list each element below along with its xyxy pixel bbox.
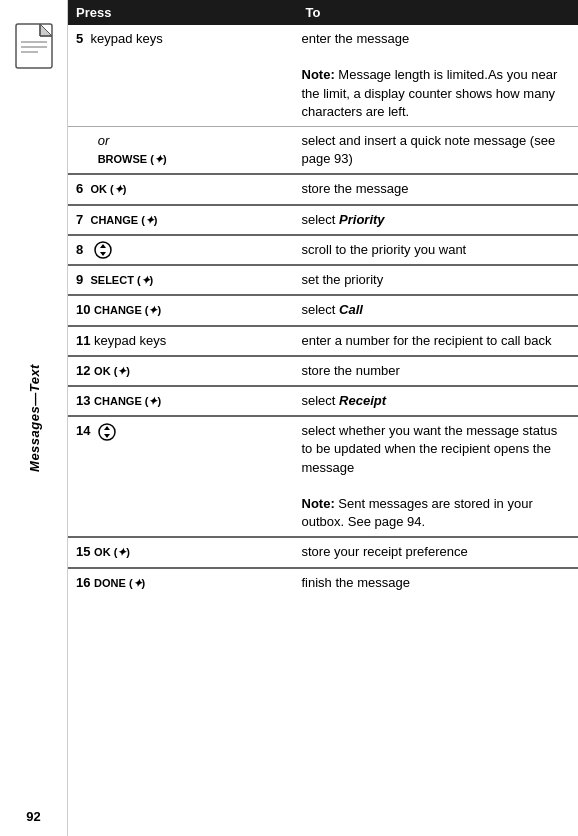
table-row: 10 CHANGE (✦) select Call <box>68 295 578 325</box>
scroll-icon <box>94 241 112 259</box>
table-row: 6 OK (✦) store the message <box>68 174 578 204</box>
table-row: or BROWSE (✦) select and insert a quick … <box>68 126 578 174</box>
press-cell: 10 CHANGE (✦) <box>68 295 298 325</box>
to-cell: select Priority <box>298 205 579 235</box>
messages-icon <box>8 20 60 72</box>
table-row: 7 CHANGE (✦) select Priority <box>68 205 578 235</box>
press-cell: 8 <box>68 235 298 266</box>
table-header: Press To <box>68 0 578 25</box>
table-row: 5 keypad keys enter the message Note: Me… <box>68 25 578 126</box>
sidebar-label: Messages—Text <box>26 364 41 472</box>
table-row: 11 keypad keys enter a number for the re… <box>68 326 578 356</box>
press-cell: 11 keypad keys <box>68 326 298 356</box>
table-row: 13 CHANGE (✦) select Receipt <box>68 386 578 416</box>
press-cell: 15 OK (✦) <box>68 537 298 567</box>
to-cell: set the priority <box>298 265 579 295</box>
table-row: 14 select whether you want the message s… <box>68 416 578 537</box>
table-row: 12 OK (✦) store the number <box>68 356 578 386</box>
sidebar-icon-area <box>4 10 64 82</box>
press-cell: 7 CHANGE (✦) <box>68 205 298 235</box>
press-cell: 5 keypad keys <box>68 25 298 126</box>
press-cell: 14 <box>68 416 298 537</box>
press-cell: or BROWSE (✦) <box>68 126 298 174</box>
to-cell: scroll to the priority you want <box>298 235 579 266</box>
press-cell: 16 DONE (✦) <box>68 568 298 597</box>
page-number: 92 <box>0 809 67 824</box>
header-to: To <box>298 0 579 25</box>
table-row: 16 DONE (✦) finish the message <box>68 568 578 597</box>
to-cell: enter a number for the recipient to call… <box>298 326 579 356</box>
to-cell: select Call <box>298 295 579 325</box>
header-press: Press <box>68 0 298 25</box>
to-cell: finish the message <box>298 568 579 597</box>
table-row: 9 SELECT (✦) set the priority <box>68 265 578 295</box>
press-cell: 6 OK (✦) <box>68 174 298 204</box>
table-row: 15 OK (✦) store your receipt preference <box>68 537 578 567</box>
to-cell: store the message <box>298 174 579 204</box>
to-cell: store your receipt preference <box>298 537 579 567</box>
sidebar-label-wrapper: Messages—Text <box>26 364 41 472</box>
to-cell: select and insert a quick note message (… <box>298 126 579 174</box>
to-cell: select whether you want the message stat… <box>298 416 579 537</box>
to-cell: enter the message Note: Message length i… <box>298 25 579 126</box>
table-row: 8 scroll to the priority you want <box>68 235 578 266</box>
to-cell: select Receipt <box>298 386 579 416</box>
scroll-icon <box>98 423 116 441</box>
press-cell: 9 SELECT (✦) <box>68 265 298 295</box>
instruction-table: Press To 5 keypad keys enter the message… <box>68 0 578 597</box>
to-cell: store the number <box>298 356 579 386</box>
sidebar: Messages—Text 92 <box>0 0 68 836</box>
step-num: 5 <box>76 31 83 46</box>
press-cell: 13 CHANGE (✦) <box>68 386 298 416</box>
press-cell: 12 OK (✦) <box>68 356 298 386</box>
main-content: Press To 5 keypad keys enter the message… <box>68 0 578 836</box>
